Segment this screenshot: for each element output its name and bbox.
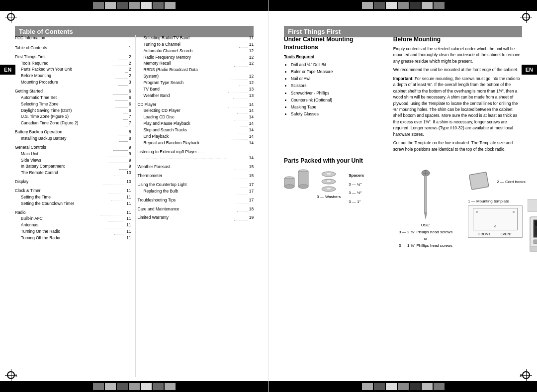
toc-item-timezone: Selecting Time Zone 6 [15,101,131,107]
spacer-labels: Spacers 3 — ¼" 3 — ½" 3 — 1" [349,169,364,206]
svg-point-2 [284,185,294,189]
toc-item-before: Before Mounting 2 [15,73,131,79]
toc-item-ustz: U.S. Time Zone (Figure 1) 7 [15,113,131,120]
screw-icon [421,169,431,219]
tool-item: Screwdriver - Phillips [291,90,385,97]
before-mounting-section: Before Mounting Empty contents of the se… [393,36,522,152]
toc-item-mp3-line1: Listening to External mp3 Player ...... [138,149,254,155]
toc-item-radio: Radio 11 [15,209,131,216]
cut-out-text: Cut out the Template on the line indicat… [393,140,522,152]
template-label: 1 — Mounting template [468,199,523,203]
toc-item-radiotvband: Selecting Radio/TV Band 11 [138,35,254,41]
mounting-template-area: 1 — Mounting template FRONT [468,199,523,238]
toc-item-bulb: Replacing the Bulb 17 [138,188,254,195]
toc-col2: Selecting Radio/TV Band 11 Tuning to a C… [135,35,254,377]
toc-item-endplay: End Playback 14 [138,133,254,140]
toc-item-loadcd: Loading CD Disc 14 [138,114,254,120]
washer-icon-1 [321,171,336,177]
washer-icon-3 [321,186,336,192]
spacer-qty1: 3 — ¼" [349,180,364,189]
toc-item-toc: Table of Contents 1 [15,45,131,51]
toc-item-wxband: Weather Band 13 [138,93,254,99]
template-device-area: 1 — Mounting template FRONT [468,199,537,257]
spacer-cylinders [284,169,309,190]
template-box: FRONT EVENT [468,205,523,238]
toc-item-rbds-line1: RBDS (Radio Broadcast Data [138,67,254,73]
spacer-qty2: 3 — ½" [349,189,364,197]
toc-item-battery: Battery Backup Operation 8 [15,129,131,135]
toc-item-tuning: Tuning to a Channel 11 [138,41,254,48]
parts-section: Parts Packed with your Unit [284,157,522,257]
toc-title: Table of Contents [19,28,73,35]
toc-item-autosearch: Automatic Channel Search 12 [138,48,254,54]
device-illustration [528,199,537,257]
toc-item-thermo: Thermometer 15 [138,173,254,179]
en-badge-right: EN [522,65,537,75]
svg-rect-36 [534,240,537,244]
before-mounting-body: Empty contents of the selected cabinet u… [393,46,522,64]
toc-item-afc: Built-in AFC 11 [15,215,131,222]
svg-rect-16 [469,172,489,190]
template-event-label: EVENT [500,232,512,236]
spacers-header: Spacers [349,171,364,180]
toc-item-getting: Getting Started 6 [15,88,131,95]
medium-cylinder-icon [298,169,309,190]
toc-item-settime: Setting the Time 11 [15,194,131,200]
toc-item-tuneradio: Turning On the Radio 11 [15,228,131,235]
svg-rect-35 [530,246,537,252]
washer-icon-2 [321,179,336,185]
svg-rect-15 [425,176,427,213]
toc-item-display: Display 10 [15,179,131,185]
tool-item: Drill and ¼" Drill Bit [291,61,385,68]
toc-item-memrecall: Memory Recall 12 [138,60,254,67]
tool-item: Ruler or Tape Measure [291,68,385,75]
toc-item-mp3-line2: ........................................… [138,155,254,161]
before-mounting-body2: We recommend the unit be mounted at the … [393,67,522,73]
cord-hook-icon [468,169,493,194]
spacer-qty3: 3 — 1" [349,197,364,206]
screws-area: USE: 3 — 2 ⅝" Phillips head screws or 3 … [388,169,463,249]
toc-item-offradio: Turning Off the Radio 11 [15,235,131,241]
toc-item-freqmem: Radio Frequency Memory 12 [138,54,254,61]
washers-area: 3 — Washers [317,171,341,199]
toc-item-weather: Weather Forecast 15 [138,164,254,170]
tool-item: Scissors [291,82,385,89]
toc-item-repeatrandom: Repeat and Random Playback 14 [138,140,254,146]
toc-item-rbds-line2: System) 12 [138,73,254,80]
tool-item: Safety Glasses [291,110,385,117]
toc-item-install-battery: Installing Backup Battery 8 [15,135,131,142]
toc-item-countdown: Setting the Countdown Timer 11 [15,200,131,207]
toc-item-tools: Tools Required 2 [15,60,131,67]
svg-point-7 [326,173,331,175]
first-things-title: First Things First [288,28,341,35]
right-parts-area: 2 — Cord hooks 1 — Mounting template [468,169,537,257]
en-badge-left: EN [0,65,15,75]
toc-item-playpause: Play and Pause Playback 14 [138,120,254,127]
toc-item-skipsearch: Skip and Search Tracks 14 [138,127,254,133]
toc-item-clock: Clock & Timer 11 [15,188,131,194]
toc-col1: FCC Information Table of Contents 1 Firs… [15,35,135,377]
toc-item-tvband: TV Band 13 [138,86,254,93]
toc-item-care: Care and Maintenance 18 [138,206,254,212]
under-cabinet-section: Under Cabinet Mounting Instructions Tool… [284,36,385,152]
toc-item-autotime: Automatic Time Set 6 [15,95,131,101]
toc-item-parts: Parts Packed with Your Unit 2 [15,66,131,73]
small-cylinder-icon [284,176,295,190]
page-number-left: 1 [15,373,17,378]
tools-list: Drill and ¼" Drill Bit Ruler or Tape Mea… [284,61,385,117]
before-mounting-title: Before Mounting [393,36,522,43]
toc-item-remote: The Remote Control 10 [15,170,131,176]
toc-item-first-things: First Things First 2 [15,54,131,60]
tool-item: Countersink (Optional) [291,97,385,103]
toc-item-antennas: Antennas 11 [15,222,131,228]
toc-item-mainunit: Main Unit 9 [15,151,131,157]
spacers-area: 3 — Washers Spacers 3 — ¼" 3 — ½" 3 — 1" [284,169,383,211]
under-cabinet-title: Under Cabinet Mounting Instructions [284,36,385,51]
washers-label: 3 — Washers [317,195,341,199]
toc-item-sideviews: Side Views 9 [15,157,131,164]
before-mounting-important: Important: For secure mounting, the scre… [393,76,522,137]
toc-item-progsearch: Program Type Search 12 [138,80,254,86]
svg-point-9 [326,180,331,183]
toc-item-selectcd: Selecting CD Player 14 [138,107,254,114]
template-inner [473,208,518,230]
